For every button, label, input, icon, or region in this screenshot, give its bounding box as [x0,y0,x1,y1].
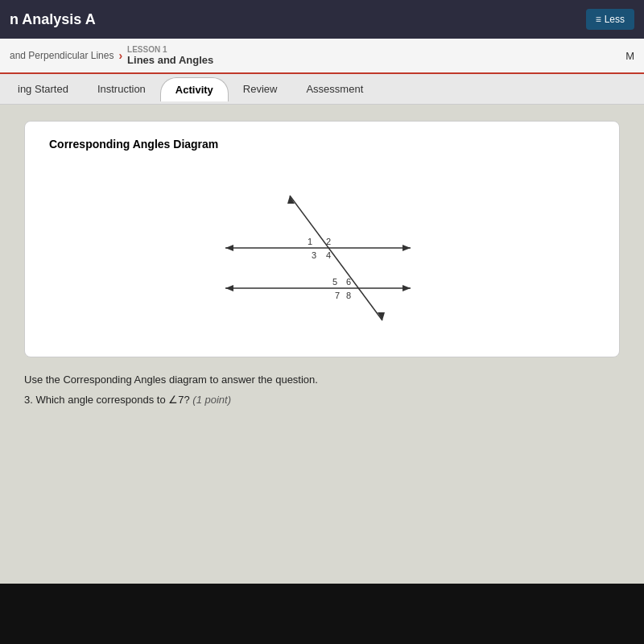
diagram-svg-container: 1 2 3 4 5 6 7 8 [49,163,595,341]
tab-review[interactable]: Review [229,77,292,101]
svg-text:1: 1 [308,237,312,246]
breadcrumb-arrow-icon: › [118,49,122,62]
lesson-label: LESSON 1 [127,45,213,54]
question-number: 3. [24,394,33,406]
tab-activity[interactable]: Activity [160,77,229,101]
svg-text:3: 3 [312,250,316,260]
svg-marker-2 [402,245,411,251]
svg-text:6: 6 [346,277,351,287]
question-text: 3. Which angle corresponds to ∠7? (1 poi… [24,394,620,406]
tabs-bar: ing Started Instruction Activity Review … [0,74,644,105]
lesson-label: Less [605,14,625,25]
question-point: (1 point) [192,394,231,406]
angles-diagram-svg: 1 2 3 4 5 6 7 8 [185,171,459,332]
app-title: n Analysis A [10,11,96,28]
svg-marker-5 [402,285,411,291]
svg-text:7: 7 [335,291,340,300]
lesson-button[interactable]: ≡ Less [586,9,634,30]
black-bar [0,584,644,644]
lesson-icon: ≡ [596,14,601,25]
svg-text:4: 4 [326,250,331,260]
instruction-text: Use the Corresponding Angles diagram to … [24,374,620,386]
tab-instruction[interactable]: Instruction [83,77,160,101]
svg-line-6 [290,196,382,320]
tab-assessment[interactable]: Assessment [291,77,378,101]
svg-marker-1 [225,245,233,251]
svg-text:2: 2 [326,237,331,246]
diagram-card: Corresponding Angles Diagram [24,121,620,357]
svg-text:5: 5 [332,277,337,287]
diagram-title: Corresponding Angles Diagram [49,138,595,151]
breadcrumb-right: M [625,50,634,62]
breadcrumb-current: LESSON 1 Lines and Angles [127,45,213,66]
top-bar: n Analysis A ≡ Less [0,0,644,39]
svg-text:8: 8 [346,291,351,300]
lesson-name: Lines and Angles [127,54,213,66]
question-main: Which angle corresponds to ∠7? [35,394,189,406]
svg-marker-4 [225,285,233,291]
breadcrumb-bar: and Perpendicular Lines › LESSON 1 Lines… [0,39,644,74]
breadcrumb-prev[interactable]: and Perpendicular Lines [10,50,114,61]
tab-getting-started[interactable]: ing Started [3,77,83,101]
main-content: Corresponding Angles Diagram [0,105,644,596]
